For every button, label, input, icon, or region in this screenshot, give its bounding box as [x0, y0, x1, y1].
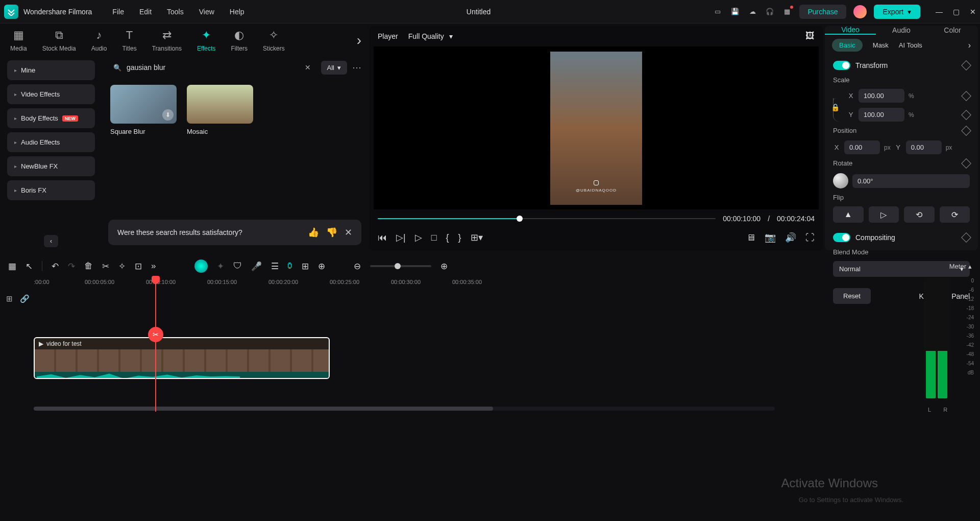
transform-toggle[interactable] [833, 61, 850, 70]
zoom-slider[interactable] [370, 265, 431, 267]
sidebar-item-video-effects[interactable]: ▸Video Effects [7, 84, 95, 104]
flip-horizontal[interactable]: ▲ [833, 206, 864, 223]
export-button[interactable]: Export▾ [874, 5, 920, 19]
scale-y-input[interactable] [859, 108, 904, 122]
prop-tab-audio[interactable]: Audio [876, 26, 927, 35]
fullscreen-icon[interactable]: ⛶ [805, 232, 815, 243]
shield-icon[interactable]: 🛡 [233, 261, 242, 271]
redo-icon[interactable]: ↷ [68, 261, 75, 272]
subtab-basic[interactable]: Basic [832, 39, 863, 52]
tab-stock-media[interactable]: ⧉Stock Media [42, 29, 76, 52]
quality-dropdown[interactable]: Full Quality▾ [408, 32, 453, 40]
add-track-icon[interactable]: ⊞ [6, 294, 13, 303]
ai-assistant-icon[interactable] [194, 259, 208, 273]
subtabs-more[interactable]: › [968, 41, 971, 50]
cloud-icon[interactable]: ☁ [747, 7, 757, 17]
subtab-mask[interactable]: Mask [873, 41, 889, 49]
add-track-icon[interactable]: ⊕ [318, 261, 325, 272]
layout-icon[interactable]: ▦ [8, 261, 16, 272]
search-input[interactable] [127, 63, 300, 72]
cut-icon[interactable]: ✂ [102, 261, 109, 272]
sidebar-item-mine[interactable]: ▸Mine [7, 60, 95, 80]
camera-icon[interactable]: 📷 [765, 232, 776, 243]
more-tools-icon[interactable]: » [151, 261, 156, 271]
sidebar-item-newblue-fx[interactable]: ▸NewBlue FX [7, 156, 95, 176]
scrollbar-thumb[interactable] [34, 407, 493, 411]
play-back-icon[interactable]: ▷| [396, 232, 406, 243]
result-square-blur[interactable]: ⬇ Square Blur [110, 85, 177, 135]
user-avatar[interactable] [853, 5, 867, 18]
meter-toggle[interactable]: Meter▴ [949, 263, 972, 270]
save-icon[interactable]: 💾 [730, 7, 740, 17]
close-button[interactable]: ✕ [970, 8, 976, 16]
maximize-button[interactable]: ▢ [953, 8, 960, 16]
ratio-icon[interactable]: ⊞▾ [471, 232, 483, 243]
clear-search[interactable]: ✕ [305, 63, 311, 72]
download-icon[interactable]: ⬇ [162, 109, 174, 121]
minimize-button[interactable]: — [936, 8, 943, 16]
keyframe-diamond[interactable] [961, 126, 971, 136]
menu-help[interactable]: Help [230, 8, 244, 16]
volume-icon[interactable]: 🔊 [785, 232, 796, 243]
tab-transitions[interactable]: ⇄Transitions [152, 29, 182, 52]
add-media-icon[interactable]: ⊞ [302, 261, 309, 272]
apps-icon[interactable]: ▦ [782, 7, 792, 17]
rotate-input[interactable] [852, 174, 970, 188]
sidebar-item-body-effects[interactable]: ▸Body EffectsNEW [7, 108, 95, 128]
player-scrubber[interactable] [378, 217, 716, 221]
undo-icon[interactable]: ↶ [52, 261, 59, 272]
player-viewport[interactable]: @UBAIDNAQOOD [374, 46, 819, 209]
timeline-ruler[interactable]: :00:00 00:00:05:00 00:00:10:00 00:00:15:… [32, 276, 918, 291]
sparkle-icon[interactable]: ✦ [217, 261, 224, 272]
purchase-button[interactable]: Purchase [799, 5, 846, 19]
menu-file[interactable]: File [112, 8, 124, 16]
thumbs-down-icon[interactable]: 👎 [326, 227, 337, 238]
screen-icon[interactable]: ▭ [713, 7, 723, 17]
sidebar-collapse[interactable]: ‹ [44, 235, 58, 247]
menu-tools[interactable]: Tools [167, 8, 184, 16]
play-icon[interactable]: ▷ [415, 232, 422, 243]
sidebar-item-boris-fx[interactable]: ▸Boris FX [7, 180, 95, 200]
tab-media[interactable]: ▦Media [10, 29, 27, 52]
more-options[interactable]: ⋯ [352, 62, 361, 73]
list-icon[interactable]: ☰ [271, 261, 279, 272]
prev-frame-icon[interactable]: ⏮ [378, 232, 387, 243]
playhead-handle[interactable] [152, 276, 160, 284]
snapshot-icon[interactable]: 🖼 [805, 31, 815, 41]
tabs-overflow[interactable]: › [357, 32, 361, 49]
display-icon[interactable]: 🖥 [746, 232, 755, 243]
playhead[interactable]: ✂ [155, 276, 156, 412]
tab-filters[interactable]: ◐Filters [231, 29, 248, 52]
prop-tab-video[interactable]: Video [825, 26, 876, 35]
stop-icon[interactable]: □ [431, 232, 437, 243]
zoom-in-icon[interactable]: ⊕ [440, 261, 448, 272]
result-mosaic[interactable]: Mosaic [187, 85, 253, 135]
pos-y-input[interactable] [906, 140, 942, 154]
mic-icon[interactable]: 🎤 [251, 261, 262, 272]
mark-in-icon[interactable]: { [446, 232, 449, 243]
menu-edit[interactable]: Edit [139, 8, 152, 16]
thumbs-up-icon[interactable]: 👍 [308, 227, 319, 238]
lock-icon[interactable]: 🔒 [831, 103, 840, 111]
delete-icon[interactable]: 🗑 [84, 261, 93, 271]
rotate-ccw[interactable]: ⟲ [904, 206, 935, 223]
menu-view[interactable]: View [199, 8, 214, 16]
mark-out-icon[interactable]: } [458, 232, 461, 243]
subtab-ai-tools[interactable]: AI Tools [899, 41, 922, 49]
pos-x-input[interactable] [844, 140, 880, 154]
tab-effects[interactable]: ✦Effects [197, 29, 215, 52]
video-clip[interactable]: ▶video for test [34, 337, 330, 379]
timeline-scrollbar[interactable] [34, 407, 775, 411]
keyframe-diamond[interactable] [961, 158, 971, 169]
scale-x-input[interactable] [859, 89, 904, 103]
crop-icon[interactable]: ⊡ [135, 261, 142, 272]
headset-icon[interactable]: 🎧 [765, 7, 775, 17]
keyframe-diamond[interactable] [961, 60, 971, 70]
rotate-cw[interactable]: ⟳ [940, 206, 970, 223]
magic-cut-icon[interactable]: ✧ [118, 261, 126, 272]
link-icon[interactable]: 🔗 [20, 294, 30, 303]
cut-at-playhead[interactable]: ✂ [148, 327, 163, 342]
zoom-out-icon[interactable]: ⊖ [354, 261, 361, 272]
keyframe-diamond[interactable] [961, 110, 971, 120]
tab-audio[interactable]: ♪Audio [91, 29, 107, 52]
